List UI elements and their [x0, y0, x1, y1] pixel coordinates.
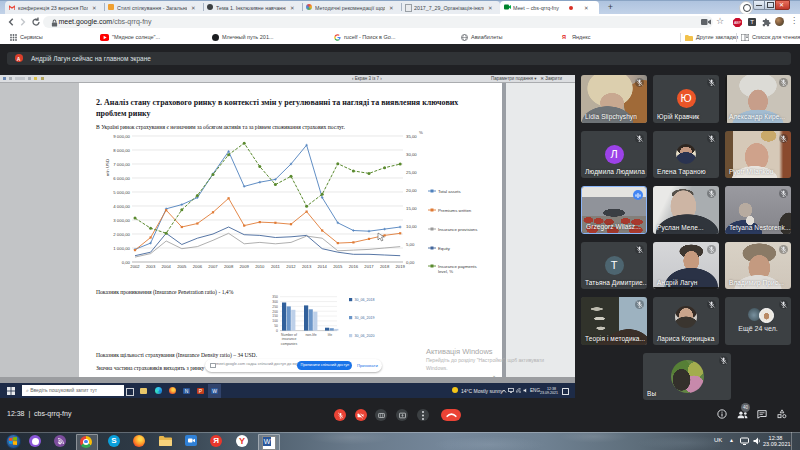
svg-text:1 000,00: 1 000,00	[113, 246, 130, 251]
svg-text:8 000,00: 8 000,00	[113, 148, 130, 153]
svg-text:insurance: insurance	[282, 337, 297, 341]
svg-text:250: 250	[272, 305, 278, 309]
svg-text:30_06_2020: 30_06_2020	[355, 334, 375, 338]
svg-text:6 000,00: 6 000,00	[113, 176, 130, 181]
svg-text:25,00: 25,00	[406, 170, 417, 175]
svg-text:life: life	[328, 333, 332, 337]
svg-text:2010: 2010	[255, 264, 265, 269]
svg-text:2003: 2003	[146, 264, 156, 269]
svg-text:4 000,00: 4 000,00	[113, 204, 130, 209]
svg-text:2002: 2002	[130, 264, 140, 269]
svg-text:2007: 2007	[208, 264, 218, 269]
svg-text:Premiums written: Premiums written	[438, 208, 472, 213]
svg-text:50: 50	[274, 324, 278, 328]
svg-text:Insurance provisions: Insurance provisions	[438, 227, 477, 232]
svg-text:5,00: 5,00	[406, 242, 415, 247]
svg-text:150: 150	[272, 314, 278, 318]
svg-text:5 000,00: 5 000,00	[113, 190, 130, 195]
svg-text:0: 0	[276, 329, 278, 333]
svg-text:30,00: 30,00	[406, 152, 417, 157]
svg-text:2006: 2006	[193, 264, 203, 269]
svg-text:20,00: 20,00	[406, 188, 417, 193]
svg-text:level, %: level, %	[438, 269, 453, 274]
svg-text:9 000,00: 9 000,00	[113, 134, 130, 139]
svg-text:%: %	[419, 130, 423, 135]
svg-text:10,00: 10,00	[406, 224, 417, 229]
svg-text:7 000,00: 7 000,00	[113, 162, 130, 167]
svg-text:2017: 2017	[364, 264, 374, 269]
svg-text:2019: 2019	[396, 264, 406, 269]
svg-text:2008: 2008	[224, 264, 234, 269]
svg-text:2014: 2014	[318, 264, 328, 269]
svg-text:350: 350	[272, 295, 278, 299]
svg-text:200: 200	[272, 310, 278, 314]
svg-text:35,00: 35,00	[406, 134, 417, 139]
svg-text:2015: 2015	[333, 264, 343, 269]
svg-text:Total assets: Total assets	[438, 189, 461, 194]
svg-text:non-life: non-life	[305, 333, 316, 337]
svg-text:Equity: Equity	[438, 246, 451, 251]
svg-text:2011: 2011	[271, 264, 281, 269]
svg-text:2005: 2005	[177, 264, 187, 269]
svg-text:companies: companies	[281, 342, 298, 346]
svg-text:300: 300	[272, 300, 278, 304]
svg-text:2016: 2016	[349, 264, 359, 269]
svg-text:30_06_2019: 30_06_2019	[355, 316, 375, 320]
svg-text:2009: 2009	[240, 264, 250, 269]
svg-text:ABP: ABP	[734, 21, 742, 25]
svg-text:2013: 2013	[302, 264, 312, 269]
svg-text:2018: 2018	[380, 264, 390, 269]
svg-text:Number of: Number of	[281, 333, 297, 337]
svg-text:30_06_2018: 30_06_2018	[355, 298, 375, 302]
svg-text:3 000,00: 3 000,00	[113, 218, 130, 223]
svg-text:2004: 2004	[162, 264, 172, 269]
svg-text:100: 100	[272, 319, 278, 323]
svg-text:15,00: 15,00	[406, 206, 417, 211]
svg-text:0,00: 0,00	[122, 260, 131, 265]
svg-text:2 000,00: 2 000,00	[113, 232, 130, 237]
svg-text:2012: 2012	[286, 264, 296, 269]
svg-text:mln USD: mln USD	[105, 159, 110, 176]
svg-text:0,00: 0,00	[406, 260, 415, 265]
